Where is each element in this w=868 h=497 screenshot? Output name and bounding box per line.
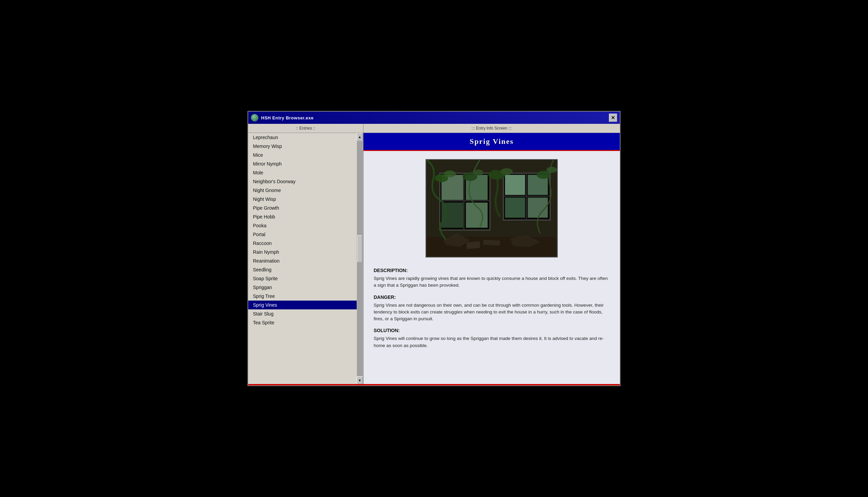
entry-title: Sprig Vines — [370, 137, 613, 146]
scroll-track[interactable] — [357, 141, 363, 376]
section-label-2: SOLUTION: — [374, 328, 609, 333]
entry-image-container — [364, 151, 620, 264]
list-item[interactable]: Sprig Vines — [248, 301, 363, 309]
section-text-1: Sprig Vines are not dangerous on their o… — [374, 302, 609, 323]
svg-rect-29 — [427, 160, 557, 257]
title-bar: HSH Entry Browser.exe ✕ — [248, 112, 620, 124]
title-bar-left: HSH Entry Browser.exe — [251, 114, 314, 122]
info-header: ::: Entry Info Screen ::: — [364, 124, 620, 133]
close-button[interactable]: ✕ — [609, 114, 617, 122]
section-label-1: DANGER: — [374, 295, 609, 300]
entries-list: LeprechaunMemory WispMiceMirror NymphMol… — [248, 133, 363, 327]
section-label-0: DESCRIPTION: — [374, 268, 609, 273]
list-item[interactable]: Spriggan — [248, 283, 363, 292]
list-scroll-area[interactable]: LeprechaunMemory WispMiceMirror NymphMol… — [248, 133, 363, 384]
list-item[interactable]: Pooka — [248, 221, 363, 230]
section-headers: :: Entries :: ::: Entry Info Screen ::: — [248, 124, 620, 133]
list-item[interactable]: Night Wisp — [248, 195, 363, 203]
bottom-border — [248, 384, 620, 385]
scrollbar[interactable]: ▲ ▼ — [357, 133, 363, 384]
content-area: LeprechaunMemory WispMiceMirror NymphMol… — [248, 133, 620, 384]
main-window: HSH Entry Browser.exe ✕ :: Entries :: ::… — [248, 111, 620, 386]
list-item[interactable]: Reanimation — [248, 256, 363, 265]
entry-illustration — [426, 160, 557, 257]
list-item[interactable]: Mice — [248, 151, 363, 159]
app-title: HSH Entry Browser.exe — [261, 115, 314, 120]
list-item[interactable]: Seedling — [248, 265, 363, 274]
section-text-2: Sprig Vines will continue to grow so lon… — [374, 335, 609, 349]
entry-image — [426, 159, 558, 257]
list-item[interactable]: Sprig Tree — [248, 292, 363, 301]
list-item[interactable]: Memory Wisp — [248, 142, 363, 151]
list-item[interactable]: Raccoon — [248, 239, 363, 248]
list-item[interactable]: Night Gnome — [248, 186, 363, 195]
scroll-thumb[interactable] — [357, 235, 362, 262]
list-item[interactable]: Rain Nymph — [248, 248, 363, 256]
app-icon — [251, 114, 259, 122]
entry-content: DESCRIPTION:Sprig Vines are rapidly grow… — [364, 264, 620, 356]
list-item[interactable]: Mirror Nymph — [248, 159, 363, 168]
list-item[interactable]: Tea Sprite — [248, 318, 363, 327]
entries-header: :: Entries :: — [248, 124, 364, 133]
list-item[interactable]: Leprechaun — [248, 133, 363, 142]
list-item[interactable]: Pipe Growth — [248, 203, 363, 212]
list-item[interactable]: Portal — [248, 230, 363, 239]
list-item[interactable]: Mole — [248, 168, 363, 177]
list-item[interactable]: Soap Sprite — [248, 274, 363, 283]
list-item[interactable]: Stair Slug — [248, 309, 363, 318]
entry-title-bar: Sprig Vines — [364, 133, 620, 151]
scroll-down-button[interactable]: ▼ — [357, 377, 363, 384]
list-item[interactable]: Pipe Hobb — [248, 212, 363, 221]
scroll-up-button[interactable]: ▲ — [357, 133, 363, 140]
section-text-0: Sprig Vines are rapidly growing vines th… — [374, 275, 609, 289]
list-item[interactable]: Neighbor's Doorway — [248, 177, 363, 186]
info-panel: Sprig Vines — [364, 133, 620, 384]
list-panel: LeprechaunMemory WispMiceMirror NymphMol… — [248, 133, 364, 384]
